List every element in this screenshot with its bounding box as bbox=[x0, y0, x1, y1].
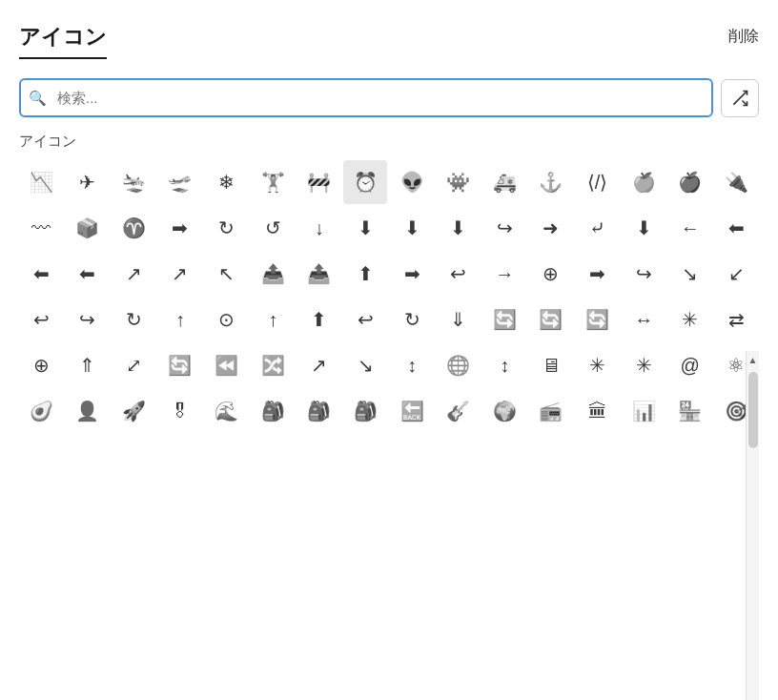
icon-cell[interactable]: ↩ bbox=[437, 252, 481, 296]
icon-cell[interactable]: ↻ bbox=[112, 298, 155, 341]
icon-cell[interactable]: 👾 bbox=[437, 160, 481, 204]
icon-cell[interactable]: 🍎 bbox=[668, 160, 712, 204]
icon-cell[interactable]: ↘ bbox=[343, 343, 387, 387]
icon-cell[interactable]: ↖ bbox=[205, 252, 249, 296]
icon-cell[interactable]: ✈ bbox=[66, 160, 110, 204]
icon-cell[interactable]: 🎒 bbox=[343, 389, 387, 433]
icon-cell[interactable]: 📉 bbox=[19, 160, 63, 204]
icon-cell[interactable]: 🔀 bbox=[251, 343, 295, 387]
icon-cell[interactable]: 📤 bbox=[251, 252, 295, 296]
shuffle-button[interactable] bbox=[721, 79, 759, 117]
icon-cell[interactable]: ⊕ bbox=[19, 343, 63, 387]
icon-cell[interactable]: ❄ bbox=[205, 160, 249, 204]
icon-cell[interactable]: ⬅ bbox=[19, 252, 63, 296]
icon-cell[interactable]: ← bbox=[668, 206, 712, 250]
icon-cell[interactable]: ➡ bbox=[390, 252, 434, 296]
icon-cell[interactable]: 🔄 bbox=[482, 298, 526, 341]
icon-cell[interactable]: ↓ bbox=[297, 206, 341, 250]
icon-cell[interactable]: ↑ bbox=[158, 298, 202, 341]
icon-cell[interactable]: @ bbox=[668, 343, 712, 387]
icon-cell[interactable]: 🏋 bbox=[251, 160, 295, 204]
icon-cell[interactable]: ⬇ bbox=[622, 206, 665, 250]
icon-cell[interactable]: 🏛 bbox=[576, 389, 620, 433]
search-input[interactable] bbox=[19, 78, 713, 117]
icon-cell[interactable]: ↩ bbox=[343, 298, 387, 341]
icon-cell[interactable]: → bbox=[482, 252, 526, 296]
icon-cell[interactable]: 📊 bbox=[622, 389, 665, 433]
icon-cell[interactable]: ↪ bbox=[622, 252, 665, 296]
icon-cell[interactable]: ⬇ bbox=[343, 206, 387, 250]
icon-cell[interactable]: ↗ bbox=[112, 252, 155, 296]
icon-cell[interactable]: ↗ bbox=[297, 343, 341, 387]
icon-cell[interactable]: 🔌 bbox=[714, 160, 758, 204]
icon-cell[interactable]: 🚀 bbox=[112, 389, 155, 433]
icon-cell[interactable]: ⬇ bbox=[437, 206, 481, 250]
icon-cell[interactable]: ↗ bbox=[158, 252, 202, 296]
icon-cell[interactable]: 📤 bbox=[297, 252, 341, 296]
icon-cell[interactable]: 🛬 bbox=[112, 160, 155, 204]
icon-cell[interactable]: 👽 bbox=[390, 160, 434, 204]
icon-cell[interactable]: ↺ bbox=[251, 206, 295, 250]
icon-cell[interactable]: ↪ bbox=[482, 206, 526, 250]
icon-cell[interactable]: ⬆ bbox=[297, 298, 341, 341]
icon-cell[interactable]: ↘ bbox=[668, 252, 712, 296]
icon-cell[interactable]: 👤 bbox=[66, 389, 110, 433]
icon-cell[interactable]: ⇑ bbox=[66, 343, 110, 387]
icon-cell[interactable]: ⇄ bbox=[714, 298, 758, 341]
icon-cell[interactable]: ✳ bbox=[668, 298, 712, 341]
icon-cell[interactable]: ⟨/⟩ bbox=[576, 160, 620, 204]
icon-cell[interactable]: ↕ bbox=[390, 343, 434, 387]
icon-cell[interactable]: 🎖 bbox=[158, 389, 202, 433]
icon-cell[interactable]: ⇓ bbox=[437, 298, 481, 341]
icon-cell[interactable]: ⊙ bbox=[205, 298, 249, 341]
icon-cell[interactable]: 🚧 bbox=[297, 160, 341, 204]
icon-cell[interactable]: 🛫 bbox=[158, 160, 202, 204]
icon-cell[interactable]: 📦 bbox=[66, 206, 110, 250]
icon-cell[interactable]: 🚑 bbox=[482, 160, 526, 204]
icon-cell[interactable]: ⬇ bbox=[390, 206, 434, 250]
icon-cell[interactable]: ↑ bbox=[251, 298, 295, 341]
icon-cell[interactable]: ⬆ bbox=[343, 252, 387, 296]
icon-cell[interactable]: 🥑 bbox=[19, 389, 63, 433]
icon-cell[interactable]: ⏰alarm clock bbox=[343, 160, 387, 204]
icon-cell[interactable]: 🔄 bbox=[158, 343, 202, 387]
icon-cell[interactable]: ✳ bbox=[576, 343, 620, 387]
icon-cell[interactable]: ⤢ bbox=[112, 343, 155, 387]
icon-cell[interactable]: ↻ bbox=[205, 206, 249, 250]
icon-cell[interactable]: ⬅ bbox=[66, 252, 110, 296]
icon-cell[interactable]: 📻 bbox=[529, 389, 573, 433]
icon-cell[interactable]: 🔄 bbox=[529, 298, 573, 341]
icon-cell[interactable]: ➡ bbox=[576, 252, 620, 296]
icon-cell[interactable]: ↔ bbox=[622, 298, 665, 341]
icon-cell[interactable]: 🖥 bbox=[529, 343, 573, 387]
icon-cell[interactable]: ⊕ bbox=[529, 252, 573, 296]
icon-cell[interactable]: ✳ bbox=[622, 343, 665, 387]
icon-cell[interactable]: ↩ bbox=[19, 298, 63, 341]
icon-cell[interactable]: ♈ bbox=[112, 206, 155, 250]
icon-cell[interactable]: ⤶ bbox=[576, 206, 620, 250]
icon-cell[interactable]: ↻ bbox=[390, 298, 434, 341]
icon-cell[interactable]: 🎒 bbox=[297, 389, 341, 433]
icon-cell[interactable]: ↪ bbox=[66, 298, 110, 341]
icon-cell[interactable]: 🎸 bbox=[437, 389, 481, 433]
icon-cell[interactable]: ⬅ bbox=[714, 206, 758, 250]
delete-button[interactable]: 削除 bbox=[728, 27, 759, 47]
icon-cell[interactable]: 🌍 bbox=[482, 389, 526, 433]
icon-cell[interactable]: ➜ bbox=[529, 206, 573, 250]
scroll-thumb[interactable] bbox=[748, 372, 758, 448]
icon-cell[interactable]: ⚓ bbox=[529, 160, 573, 204]
icon-cell[interactable]: ↙ bbox=[714, 252, 758, 296]
icon-cell[interactable]: 🎒 bbox=[251, 389, 295, 433]
scroll-up-button[interactable]: ▲ bbox=[747, 351, 760, 368]
icon-cell[interactable]: 🍏 bbox=[622, 160, 665, 204]
icon-cell[interactable]: 〰 bbox=[19, 206, 63, 250]
icon-cell[interactable]: 🏪 bbox=[668, 389, 712, 433]
icon-cell[interactable]: ↕ bbox=[482, 343, 526, 387]
icon-cell[interactable]: 🔙 bbox=[390, 389, 434, 433]
icon-cell[interactable]: 🌐 bbox=[437, 343, 481, 387]
icon-cell[interactable]: 🔄 bbox=[576, 298, 620, 341]
icon-cell[interactable]: ⏪ bbox=[205, 343, 249, 387]
scrollbar[interactable]: ▲ ▼ bbox=[746, 351, 759, 700]
icon-cell[interactable]: ➡ bbox=[158, 206, 202, 250]
icon-cell[interactable]: 🌊 bbox=[205, 389, 249, 433]
